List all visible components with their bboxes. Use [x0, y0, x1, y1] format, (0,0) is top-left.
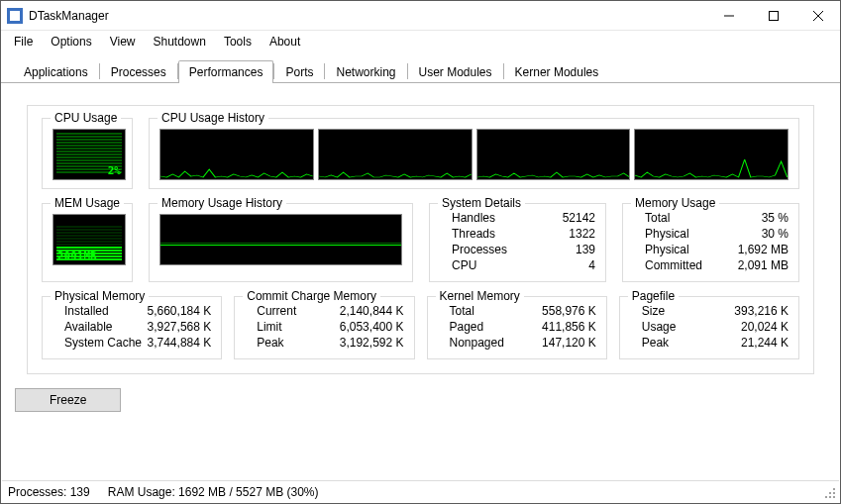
performance-panel: CPU Usage 2% CPU Usage History MEM Usage…	[27, 105, 814, 374]
pf-usage-label: Usage	[642, 320, 677, 334]
svg-rect-5	[829, 492, 831, 494]
cpu-usage-label: CPU Usage	[51, 111, 121, 125]
cpu-usage-value: 2%	[108, 164, 121, 177]
handles-value: 52142	[563, 211, 595, 225]
svg-rect-6	[833, 492, 835, 494]
cc-peak-value: 3,192,592 K	[340, 336, 404, 350]
system-details-box: System Details Handles52142 Threads1322 …	[429, 203, 606, 282]
cpu-count-value: 4	[588, 258, 595, 272]
km-nonpaged-value: 147,120 K	[542, 336, 596, 350]
cc-limit-label: Limit	[257, 320, 281, 334]
tab-processes[interactable]: Processes	[100, 60, 177, 83]
threads-label: Threads	[452, 227, 495, 241]
menu-view[interactable]: View	[101, 33, 145, 50]
handles-label: Handles	[452, 211, 495, 225]
km-total-value: 558,976 K	[542, 304, 596, 318]
tab-kerner-modules[interactable]: Kerner Modules	[504, 60, 610, 83]
resize-grip-icon[interactable]	[823, 486, 837, 500]
menubar: File Options View Shutdown Tools About	[1, 31, 840, 52]
memory-usage-box: Memory Usage Total35 % Physical30 % Phys…	[622, 203, 799, 282]
cpu-history-chart-1	[318, 129, 473, 180]
mem-history-label: Memory Usage History	[158, 196, 286, 210]
cc-peak-label: Peak	[257, 336, 283, 350]
pagefile-label: Pagefile	[628, 289, 679, 303]
km-nonpaged-label: Nonpaged	[450, 336, 504, 350]
app-icon	[7, 8, 23, 24]
svg-rect-1	[769, 11, 778, 20]
menu-file[interactable]: File	[5, 33, 42, 50]
physical-memory-box: Physical Memory Installed5,660,184 K Ava…	[42, 296, 222, 359]
pf-peak-label: Peak	[642, 336, 669, 350]
pf-size-label: Size	[642, 304, 665, 318]
cpu-usage-gauge: 2%	[53, 129, 126, 180]
mem-usage-value: 2091MB	[57, 250, 97, 262]
processes-label: Processes	[452, 243, 507, 256]
status-processes: Processes: 139	[8, 485, 90, 499]
svg-rect-8	[829, 496, 831, 498]
cpu-history-chart-3	[634, 129, 788, 180]
commit-charge-label: Commit Charge Memory	[243, 289, 380, 303]
cpu-history-chart-0	[159, 129, 314, 180]
mem-usage-box: MEM Usage 2091MB	[42, 203, 133, 282]
pf-usage-value: 20,024 K	[741, 320, 788, 334]
svg-rect-9	[833, 496, 835, 498]
cpu-usage-box: CPU Usage 2%	[42, 118, 133, 189]
physical-memory-label: Physical Memory	[51, 289, 149, 303]
svg-rect-4	[833, 488, 835, 490]
tab-performances[interactable]: Performances	[178, 60, 274, 83]
cc-current-value: 2,140,844 K	[340, 304, 404, 318]
cpu-count-label: CPU	[452, 258, 476, 272]
threads-value: 1322	[569, 227, 595, 241]
tab-networking[interactable]: Networking	[325, 60, 406, 83]
processes-value: 139	[576, 243, 595, 256]
memory-usage-label: Memory Usage	[631, 196, 719, 210]
mem-history-chart	[159, 214, 402, 265]
window-controls	[706, 1, 840, 30]
mem-phys-mb-value: 1,692 MB	[738, 243, 788, 256]
minimize-button[interactable]	[706, 1, 751, 30]
pf-size-value: 393,216 K	[734, 304, 788, 318]
kernel-memory-label: Kernel Memory	[436, 289, 524, 303]
mem-phys-pct-label: Physical	[645, 227, 689, 241]
cc-limit-value: 6,053,400 K	[340, 320, 404, 334]
km-total-label: Total	[450, 304, 474, 318]
cpu-history-label: CPU Usage History	[158, 111, 268, 125]
system-details-label: System Details	[438, 196, 525, 210]
cc-current-label: Current	[257, 304, 296, 318]
cpu-history-box: CPU Usage History	[149, 118, 799, 189]
menu-about[interactable]: About	[261, 33, 309, 50]
titlebar: DTaskManager	[1, 1, 840, 31]
kernel-memory-box: Kernel Memory Total558,976 K Paged411,85…	[427, 296, 607, 359]
menu-tools[interactable]: Tools	[215, 33, 261, 50]
mem-total-label: Total	[645, 211, 670, 225]
status-bar: Processes: 139 RAM Usage: 1692 MB / 5527…	[2, 480, 839, 502]
pm-installed-label: Installed	[64, 304, 109, 318]
mem-usage-gauge: 2091MB	[53, 214, 126, 265]
mem-phys-pct-value: 30 %	[762, 227, 788, 241]
km-paged-value: 411,856 K	[542, 320, 596, 334]
cpu-history-chart-2	[476, 129, 631, 180]
freeze-button[interactable]: Freeze	[15, 388, 121, 412]
mem-total-value: 35 %	[762, 211, 788, 225]
pm-available-label: Available	[64, 320, 112, 334]
pm-available-value: 3,927,568 K	[148, 320, 212, 334]
km-paged-label: Paged	[450, 320, 484, 334]
pm-cache-label: System Cache	[64, 336, 142, 350]
menu-shutdown[interactable]: Shutdown	[145, 33, 215, 50]
mem-committed-value: 2,091 MB	[738, 258, 788, 272]
status-ram: RAM Usage: 1692 MB / 5527 MB (30%)	[108, 485, 319, 499]
menu-options[interactable]: Options	[42, 33, 100, 50]
maximize-button[interactable]	[751, 1, 795, 30]
commit-charge-box: Commit Charge Memory Current2,140,844 K …	[234, 296, 414, 359]
pf-peak-value: 21,244 K	[741, 336, 788, 350]
tab-user-modules[interactable]: User Modules	[408, 60, 503, 83]
close-button[interactable]	[795, 1, 840, 30]
tab-ports[interactable]: Ports	[274, 60, 324, 83]
pm-cache-value: 3,744,884 K	[148, 336, 212, 350]
tab-strip: Applications Processes Performances Port…	[1, 52, 840, 83]
mem-history-box: Memory Usage History	[149, 203, 413, 282]
tab-applications[interactable]: Applications	[13, 60, 99, 83]
pagefile-box: Pagefile Size393,216 K Usage20,024 K Pea…	[619, 296, 799, 359]
mem-usage-label: MEM Usage	[51, 196, 124, 210]
mem-phys-mb-label: Physical	[645, 243, 689, 256]
